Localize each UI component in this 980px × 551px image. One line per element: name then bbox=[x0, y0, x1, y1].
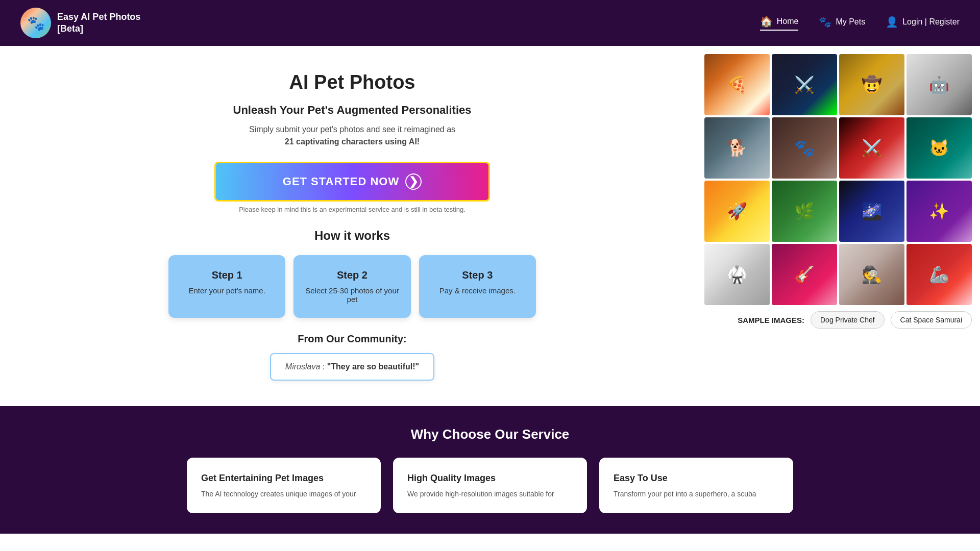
nav-login-register[interactable]: 👤 Login | Register bbox=[886, 16, 960, 30]
header-nav: 🏠 Home 🐾 My Pets 👤 Login | Register bbox=[760, 15, 960, 31]
step-3-card: Step 3 Pay & receive images. bbox=[419, 255, 536, 318]
pets-icon: 🐾 bbox=[819, 16, 831, 28]
why-card-easy-title: Easy To Use bbox=[614, 473, 779, 484]
how-it-works-title: How it works bbox=[314, 229, 390, 243]
sample-btn-dog-private-chef[interactable]: Dog Private Chef bbox=[811, 311, 885, 329]
gallery-grid: 🍕 ⚔️ 🤠 🤖 🐕 🐾 ⚔️ 🐱 bbox=[704, 54, 972, 305]
why-card-entertaining-title: Get Entertaining Pet Images bbox=[201, 473, 366, 484]
why-card-entertaining: Get Entertaining Pet Images The AI techn… bbox=[187, 458, 381, 513]
step-3-desc: Pay & receive images. bbox=[429, 286, 526, 295]
nav-my-pets[interactable]: 🐾 My Pets bbox=[819, 16, 865, 30]
testimonial-author: Miroslava bbox=[285, 362, 320, 371]
logo-text: Easy AI Pet Photos [Beta] bbox=[57, 11, 140, 35]
sample-btn-cat-space-samurai[interactable]: Cat Space Samurai bbox=[891, 311, 972, 329]
logo-icon: 🐾 bbox=[20, 8, 51, 38]
why-cards: Get Entertaining Pet Images The AI techn… bbox=[31, 458, 949, 513]
gallery-image-chef-dog[interactable]: 🍕 bbox=[704, 54, 770, 115]
beta-notice: Please keep in mind this is an experimen… bbox=[239, 206, 465, 213]
testimonial-card: Miroslava : "They are so beautiful!" bbox=[270, 353, 434, 381]
why-card-easy: Easy To Use Transform your pet into a su… bbox=[599, 458, 793, 513]
gallery-image-astronaut-cat[interactable]: 🚀 bbox=[704, 181, 770, 242]
step-2-title: Step 2 bbox=[304, 269, 400, 281]
gallery-image-space-cat[interactable]: 🌌 bbox=[839, 181, 904, 242]
home-icon: 🏠 bbox=[760, 15, 773, 28]
why-card-quality-desc: We provide high-resolution images suitab… bbox=[407, 490, 573, 498]
why-card-quality-title: High Quality Images bbox=[407, 473, 573, 484]
arrow-icon: ❯ bbox=[405, 173, 422, 190]
page-title: AI Pet Photos bbox=[289, 71, 415, 93]
gallery-image-warrior-dog[interactable]: 🐕 bbox=[704, 117, 770, 179]
left-panel: AI Pet Photos Unleash Your Pet's Augment… bbox=[0, 46, 704, 406]
step-1-card: Step 1 Enter your pet's name. bbox=[168, 255, 285, 318]
gallery-image-trooper-cat[interactable]: 🤖 bbox=[906, 54, 972, 115]
gallery-image-ironman-cat[interactable]: 🦾 bbox=[906, 244, 972, 305]
main-content: AI Pet Photos Unleash Your Pet's Augment… bbox=[0, 46, 980, 406]
gallery-image-rockstar-cat[interactable]: 🎸 bbox=[772, 244, 837, 305]
why-title: Why Choose Our Service bbox=[31, 427, 949, 442]
sample-images-label: SAMPLE IMAGES: bbox=[738, 316, 804, 324]
gallery-image-cowboy-dog[interactable]: 🤠 bbox=[839, 54, 904, 115]
gallery-image-detective-dog[interactable]: 🕵️ bbox=[839, 244, 904, 305]
get-started-button[interactable]: GET STARTED NOW ❯ bbox=[214, 162, 490, 202]
why-card-easy-desc: Transform your pet into a superhero, a s… bbox=[614, 490, 779, 498]
testimonial-quote: "They are so beautiful!" bbox=[327, 362, 420, 371]
header: 🐾 Easy AI Pet Photos [Beta] 🏠 Home 🐾 My … bbox=[0, 0, 980, 46]
gallery-image-warrior-cat[interactable]: 🐱 bbox=[906, 117, 972, 179]
gallery-image-samurai-dog[interactable]: ⚔️ bbox=[839, 117, 904, 179]
hero-description-line1: Simply submit your pet's photos and see … bbox=[249, 125, 455, 134]
gallery-image-noble-dog[interactable]: 🐾 bbox=[772, 117, 837, 179]
step-2-desc: Select 25-30 photos of your pet bbox=[304, 286, 400, 304]
right-gallery: 🍕 ⚔️ 🤠 🤖 🐕 🐾 ⚔️ 🐱 bbox=[704, 46, 980, 406]
steps-row: Step 1 Enter your pet's name. Step 2 Sel… bbox=[168, 255, 536, 318]
step-1-title: Step 1 bbox=[179, 269, 275, 281]
community-title: From Our Community: bbox=[298, 333, 406, 345]
step-2-card: Step 2 Select 25-30 photos of your pet bbox=[293, 255, 410, 318]
nav-home[interactable]: 🏠 Home bbox=[760, 15, 799, 31]
step-3-title: Step 3 bbox=[429, 269, 526, 281]
gallery-image-ranger-cat[interactable]: 🌿 bbox=[772, 181, 837, 242]
gallery-label-row: SAMPLE IMAGES: Dog Private Chef Cat Spac… bbox=[704, 305, 972, 335]
gallery-image-jedi-cat[interactable]: ⚔️ bbox=[772, 54, 837, 115]
step-1-desc: Enter your pet's name. bbox=[179, 286, 275, 295]
hero-description-line2: 21 captivating characters using AI! bbox=[285, 137, 420, 146]
hero-subtitle: Unleash Your Pet's Augmented Personaliti… bbox=[233, 104, 472, 117]
gallery-image-karate-cat[interactable]: 🥋 bbox=[704, 244, 770, 305]
why-card-entertaining-desc: The AI technology creates unique images … bbox=[201, 490, 366, 498]
logo: 🐾 Easy AI Pet Photos [Beta] bbox=[20, 8, 140, 38]
user-icon: 👤 bbox=[886, 16, 898, 28]
gallery-image-magic-cat[interactable]: ✨ bbox=[906, 181, 972, 242]
why-section: Why Choose Our Service Get Entertaining … bbox=[0, 406, 980, 534]
why-card-quality: High Quality Images We provide high-reso… bbox=[393, 458, 587, 513]
